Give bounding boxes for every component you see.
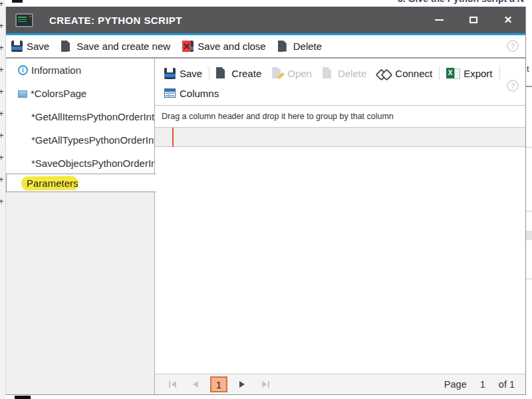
grid-toolbar-button <box>439 66 440 80</box>
grid-toolbar-button-icon <box>216 67 227 79</box>
toolbar-button-icon <box>11 41 23 52</box>
grid-header-row <box>155 128 525 147</box>
grid-toolbar-button[interactable]: Columns <box>164 88 219 99</box>
next-page-button[interactable] <box>233 376 251 392</box>
grid-toolbar-button-icon <box>164 68 176 79</box>
toolbar-button-label: Save and close <box>198 41 266 52</box>
maximize-button[interactable] <box>468 15 479 25</box>
group-by-drop-zone[interactable]: Drag a column header and drop it here to… <box>155 106 525 128</box>
grid-toolbar-button[interactable]: Save <box>164 68 202 79</box>
current-page-button[interactable]: 1 <box>210 376 227 392</box>
background-artifact <box>12 0 23 3</box>
help-icon[interactable] <box>507 80 519 92</box>
next-page-icon <box>239 381 245 388</box>
grid-toolbar-button: Delete <box>323 67 366 79</box>
grid-toolbar-button <box>499 66 500 80</box>
background-divider <box>526 279 532 279</box>
ruler-plus-mark: + <box>0 110 4 132</box>
create-python-script-dialog: CREATE: PYTHON SCRIPT ✕ SaveSave and cre… <box>5 7 526 395</box>
grid-toolbar-button-icon <box>377 68 391 79</box>
background-ruler: ++++++++++ <box>0 0 5 399</box>
ruler-plus-mark: + <box>0 0 4 22</box>
page-label: Page <box>444 379 467 390</box>
toolbar-button-icon <box>61 41 72 53</box>
column-drop-indicator <box>172 128 174 147</box>
group-by-hint: Drag a column header and drop it here to… <box>162 112 394 121</box>
minimize-button[interactable] <box>434 15 444 25</box>
background-text-fragment: t <box>527 64 529 74</box>
prev-page-button <box>187 376 204 392</box>
dialog-content: Information*ColorsPage*GetAllItemsPython… <box>6 59 525 394</box>
sidebar-item-label: *GetAllItemsPythonOrderInteg <box>31 111 154 122</box>
sidebar-item[interactable]: *GetAllItemsPythonOrderInteg <box>6 105 154 128</box>
title-bar[interactable]: CREATE: PYTHON SCRIPT ✕ <box>6 7 525 33</box>
toolbar-button-label: Save and create new <box>76 41 170 52</box>
ruler-plus-mark: + <box>0 176 4 198</box>
sidebar-item-label: Parameters <box>27 178 78 189</box>
close-button[interactable]: ✕ <box>503 15 513 25</box>
ruler-plus-mark: + <box>0 44 4 66</box>
toolbar-button[interactable]: Save <box>11 41 49 52</box>
toolbar-button-icon <box>182 41 194 52</box>
sidebar-item-label: *GetAllTypesPythonOrderInte <box>31 134 154 146</box>
toolbar-button[interactable]: Delete <box>278 41 322 53</box>
sidebar-item[interactable]: *SaveObjectsPythonOrderInte <box>6 152 154 175</box>
dialog-toolbar: SaveSave and create newSave and closeDel… <box>6 35 525 59</box>
minimize-icon <box>435 19 444 21</box>
page-number: 1 <box>480 379 485 390</box>
sidebar-item-label: Information <box>31 65 81 76</box>
first-page-icon <box>169 381 170 388</box>
grid-toolbar-button[interactable]: Create <box>216 67 261 79</box>
pager-status: Page 1 of 1 <box>444 379 515 390</box>
sidebar-item-icon <box>18 65 28 75</box>
last-page-icon <box>262 381 267 388</box>
ruler-plus-mark: + <box>0 154 4 176</box>
grid-toolbar-button[interactable]: Export <box>446 68 492 79</box>
toolbar-button[interactable]: Save and close <box>182 41 266 52</box>
window-controls: ✕ <box>434 15 517 25</box>
toolbar-button-icon <box>278 41 289 53</box>
sidebar-item[interactable]: Information <box>6 59 154 82</box>
grid-toolbar-button-icon <box>164 88 176 98</box>
grid-toolbar: SaveCreateOpenDeleteConnectExport Column… <box>155 59 525 106</box>
page-total: of 1 <box>499 379 515 390</box>
toolbar-button-label: Delete <box>293 41 322 52</box>
grid-toolbar-button[interactable]: Connect <box>377 68 432 79</box>
grid-toolbar-button-icon <box>323 67 334 79</box>
sidebar-item[interactable]: *GetAllTypesPythonOrderInte <box>6 128 154 152</box>
grid-toolbar-button-label: Open <box>287 68 312 79</box>
background-block <box>526 231 532 240</box>
sidebar-item-parameters[interactable]: Parameters <box>6 174 156 192</box>
first-page-button <box>164 376 181 392</box>
parameters-panel: SaveCreateOpenDeleteConnectExport Column… <box>155 59 525 394</box>
ruler-plus-mark: + <box>0 66 4 88</box>
background-artifact <box>15 396 31 399</box>
sidebar-item-label: *ColorsPage <box>31 88 86 99</box>
grid-body <box>155 147 525 374</box>
sidebar-item-label: *SaveObjectsPythonOrderInte <box>31 158 154 169</box>
grid-toolbar-button <box>209 66 209 80</box>
ruler-plus-mark: + <box>0 88 4 110</box>
sidebar-item-icon <box>18 90 27 98</box>
grid-toolbar-button-label: Create <box>231 68 261 79</box>
sidebar-item[interactable]: *ColorsPage <box>6 82 154 105</box>
background-text-fragment: 3. Give the Python script a N <box>398 0 528 6</box>
grid-toolbar-row1: SaveCreateOpenDeleteConnectExport <box>164 63 525 83</box>
grid-toolbar-button-label: Save <box>180 68 202 79</box>
toolbar-button-label: Save <box>27 41 49 52</box>
maximize-icon <box>469 17 477 23</box>
background-divider <box>526 211 532 211</box>
grid-toolbar-button-label: Delete <box>338 68 366 79</box>
ruler-plus-mark: + <box>0 198 4 219</box>
close-icon: ✕ <box>504 15 513 25</box>
grid-toolbar-button-label: Columns <box>180 88 219 99</box>
last-page-button <box>257 376 274 392</box>
sidebar-empty-area <box>6 192 154 394</box>
grid-toolbar-button-label: Connect <box>395 68 432 79</box>
grid-toolbar-button-icon <box>272 67 283 79</box>
grid-toolbar-button: Open <box>272 67 312 79</box>
grid-toolbar-button-label: Export <box>464 68 492 79</box>
toolbar-button[interactable]: Save and create new <box>61 41 170 53</box>
prev-page-icon <box>193 381 198 388</box>
help-icon[interactable] <box>507 40 519 52</box>
